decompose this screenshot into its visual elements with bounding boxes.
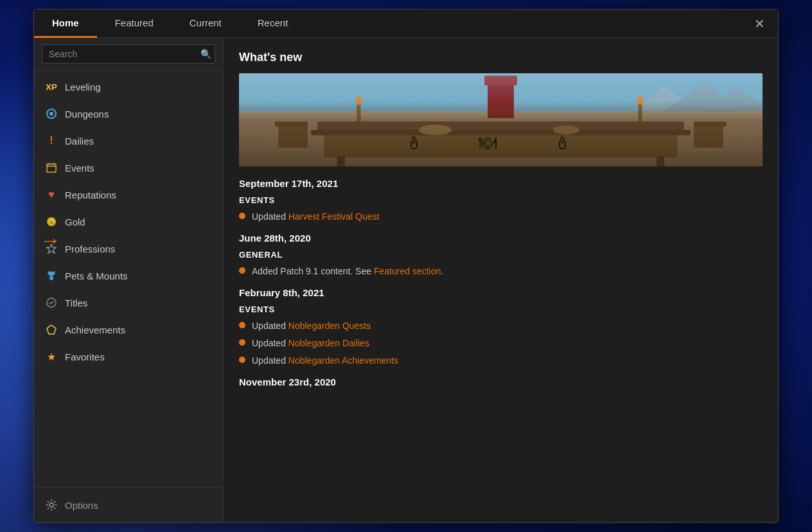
sidebar-footer: Options bbox=[34, 487, 223, 522]
sidebar-item-dailies[interactable]: ! Dailies bbox=[34, 127, 223, 154]
daily-icon: ! bbox=[44, 134, 58, 148]
sidebar-item-gold[interactable]: G Gold bbox=[34, 208, 223, 235]
title-icon bbox=[44, 296, 58, 310]
link-harvest-festival[interactable]: Harvest Festival Quest bbox=[288, 211, 380, 222]
svg-rect-30 bbox=[638, 102, 642, 121]
search-container: 🔍 bbox=[34, 38, 223, 71]
gold-icon: G bbox=[44, 215, 58, 229]
tab-featured[interactable]: Featured bbox=[97, 10, 172, 38]
sidebar-item-reputations-label: Reputations bbox=[65, 190, 116, 200]
bullet-dot bbox=[239, 322, 245, 328]
bullet-dot bbox=[239, 267, 245, 274]
date-nov-2020: November 23rd, 2020 bbox=[239, 377, 763, 387]
link-noblegarden-achievements[interactable]: Noblegarden Achievements bbox=[288, 355, 398, 366]
svg-marker-14 bbox=[631, 85, 697, 112]
svg-point-27 bbox=[553, 125, 579, 134]
tab-recent[interactable]: Recent bbox=[240, 10, 306, 38]
date-jun-2020: June 28th, 2020 bbox=[239, 233, 763, 244]
sidebar-item-gold-label: Gold bbox=[65, 217, 85, 227]
tab-current[interactable]: Current bbox=[172, 10, 240, 38]
svg-rect-24 bbox=[694, 125, 723, 148]
svg-point-11 bbox=[49, 503, 53, 507]
rep-icon: ♥ bbox=[44, 188, 58, 202]
sidebar-item-leveling[interactable]: XP Leveling bbox=[34, 73, 223, 100]
date-sep-2021: September 17th, 2021 bbox=[239, 178, 763, 189]
svg-point-1 bbox=[49, 112, 53, 116]
svg-marker-16 bbox=[697, 89, 763, 112]
sidebar-item-achievements-label: Achievements bbox=[65, 324, 125, 335]
svg-marker-15 bbox=[664, 82, 743, 112]
sidebar-item-pets-mounts[interactable]: Pets & Mounts bbox=[34, 262, 223, 289]
close-button[interactable]: ✕ bbox=[746, 17, 773, 30]
svg-rect-2 bbox=[47, 164, 56, 172]
svg-rect-19 bbox=[311, 130, 691, 135]
xp-icon: XP bbox=[44, 80, 58, 94]
svg-rect-18 bbox=[324, 131, 677, 157]
svg-rect-23 bbox=[275, 121, 308, 127]
section-general-1: GENERAL bbox=[239, 250, 763, 260]
sidebar-item-titles[interactable]: Titles bbox=[34, 289, 223, 316]
prof-icon bbox=[44, 242, 58, 256]
sidebar-item-options[interactable]: Options bbox=[34, 492, 223, 519]
update-noblegarden-quests: Updated Noblegarden Quests bbox=[239, 319, 763, 333]
options-icon bbox=[44, 498, 58, 512]
update-patch-91: Added Patch 9.1 content. See Featured se… bbox=[239, 265, 763, 278]
svg-rect-33 bbox=[484, 76, 517, 85]
link-noblegarden-quests[interactable]: Noblegarden Quests bbox=[288, 321, 371, 331]
sidebar-item-leveling-label: Leveling bbox=[65, 82, 101, 93]
sidebar-item-titles-label: Titles bbox=[65, 297, 87, 308]
sidebar-item-events[interactable]: Events bbox=[34, 154, 223, 181]
content-scroll[interactable]: What's new bbox=[224, 38, 778, 522]
update-noblegarden-dailies: Updated Noblegarden Dailies bbox=[239, 337, 763, 350]
svg-text:G: G bbox=[49, 220, 53, 226]
sidebar-nav: XP Leveling Dungeons ! Dailies bbox=[34, 71, 223, 487]
search-input[interactable] bbox=[42, 44, 215, 64]
content-area: What's new bbox=[224, 38, 778, 522]
bullet-dot bbox=[239, 339, 245, 346]
svg-rect-28 bbox=[357, 102, 360, 121]
sidebar: 🔍 XP Leveling Dungeons bbox=[34, 38, 224, 522]
svg-rect-13 bbox=[239, 112, 763, 166]
svg-rect-22 bbox=[278, 125, 308, 148]
sidebar-item-dungeons-label: Dungeons bbox=[65, 109, 109, 120]
svg-rect-17 bbox=[317, 121, 684, 131]
event-icon bbox=[44, 161, 58, 175]
pet-icon bbox=[44, 269, 58, 283]
sidebar-item-options-label: Options bbox=[65, 500, 98, 511]
sidebar-item-pets-mounts-label: Pets & Mounts bbox=[65, 270, 128, 281]
svg-point-26 bbox=[419, 125, 452, 135]
link-noblegarden-dailies[interactable]: Noblegarden Dailies bbox=[288, 338, 369, 348]
sidebar-item-dailies-label: Dailies bbox=[65, 136, 94, 146]
svg-rect-32 bbox=[488, 79, 514, 118]
sidebar-item-favorites-label: Favorites bbox=[65, 351, 105, 362]
svg-point-31 bbox=[637, 96, 643, 105]
sidebar-item-professions-label: Professions bbox=[65, 244, 115, 254]
svg-rect-21 bbox=[657, 156, 664, 166]
section-events-2: EVENTS bbox=[239, 305, 763, 314]
whats-new-title: What's new bbox=[239, 51, 763, 64]
sidebar-item-achievements[interactable]: Achievements bbox=[34, 316, 223, 343]
achieve-icon bbox=[44, 323, 58, 337]
sidebar-item-favorites[interactable]: ★ Favorites bbox=[34, 343, 223, 370]
tab-home[interactable]: Home bbox=[34, 10, 97, 38]
svg-rect-25 bbox=[694, 121, 727, 127]
dungeon-icon bbox=[44, 107, 58, 121]
sidebar-item-reputations[interactable]: ♥ Reputations bbox=[34, 181, 223, 208]
bullet-dot bbox=[239, 357, 245, 363]
main-window: Home Featured Current Recent ✕ 🔍 XP Leve… bbox=[33, 9, 779, 523]
svg-rect-12 bbox=[239, 73, 763, 166]
hero-image bbox=[239, 73, 763, 166]
update-noblegarden-achievements: Updated Noblegarden Achievements bbox=[239, 354, 763, 368]
main-layout: 🔍 XP Leveling Dungeons bbox=[34, 38, 778, 522]
sidebar-item-dungeons[interactable]: Dungeons bbox=[34, 100, 223, 127]
sidebar-item-professions[interactable]: Professions bbox=[34, 235, 223, 262]
svg-rect-20 bbox=[337, 156, 345, 166]
sidebar-item-events-label: Events bbox=[65, 163, 94, 173]
bullet-dot bbox=[239, 213, 245, 219]
search-icon[interactable]: 🔍 bbox=[200, 49, 211, 59]
link-featured-section[interactable]: Featured section bbox=[374, 266, 441, 276]
title-bar: Home Featured Current Recent ✕ bbox=[34, 10, 778, 38]
section-events-1: EVENTS bbox=[239, 195, 763, 205]
svg-point-9 bbox=[49, 276, 53, 280]
date-feb-2021: February 8th, 2021 bbox=[239, 287, 763, 298]
